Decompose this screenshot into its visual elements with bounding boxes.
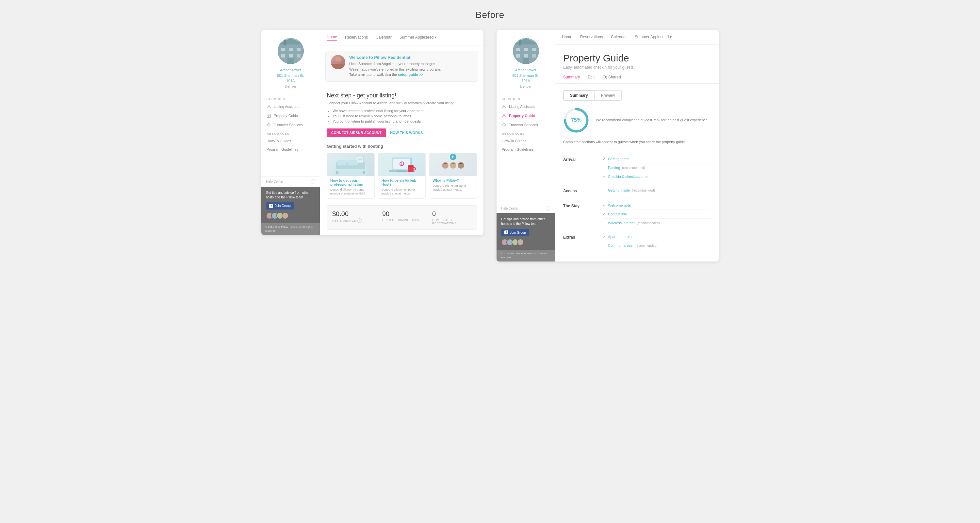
svg-rect-2 — [289, 48, 293, 51]
setup-link[interactable]: setup guide >> — [398, 73, 423, 77]
tab-edit[interactable]: Edit — [588, 75, 595, 83]
svg-rect-23 — [348, 160, 358, 166]
svg-text:P: P — [452, 155, 454, 159]
right-help-info-icon[interactable]: i — [546, 206, 550, 210]
sidebar-item-program-guidelines[interactable]: Program Guidelines — [261, 145, 320, 154]
welcome-box: Welcome to Pillow Residential! Hello Sum… — [325, 51, 478, 82]
toggle-summary[interactable]: Summary — [563, 91, 595, 100]
item-checkin-time: ✓ Checkin & checkout time — [603, 172, 711, 181]
right-sidebar-item-turnover-services[interactable]: Turnover Services — [496, 120, 555, 129]
community-box: Get tips and advice from other hosts and… — [261, 187, 320, 223]
stat-completed: 0 COMPLETED RESERVATIONS — [427, 206, 477, 230]
svg-rect-50 — [523, 57, 529, 64]
how-this-works-button[interactable]: HOW THIS WORKS — [390, 131, 423, 135]
nav-user-left[interactable]: Summer Appleseed ▾ — [399, 35, 437, 40]
next-step-bullets: We have created a professional listing f… — [327, 109, 477, 123]
card-image-laptop — [378, 153, 426, 176]
earnings-info-icon[interactable]: i — [357, 218, 362, 223]
svg-text:75%: 75% — [571, 117, 581, 123]
guide-card-listing[interactable]: How to get your professional listing Don… — [327, 153, 375, 199]
svg-rect-9 — [284, 40, 286, 45]
page-title: Before — [476, 10, 505, 20]
guide-card-airbnb[interactable]: How to be an Airbnb Host? Donec id elit … — [378, 153, 426, 199]
nav-calendar-left[interactable]: Calendar — [375, 35, 392, 40]
check-apartment-rules: ✓ — [603, 234, 606, 239]
access-label: Access — [563, 186, 596, 196]
svg-rect-46 — [532, 48, 536, 51]
link-contact-info[interactable]: Contact info — [608, 212, 627, 216]
link-common-areas[interactable]: Common areas — [608, 244, 632, 247]
right-sidebar-item-property-guide[interactable]: Property Guide — [496, 111, 555, 120]
nav-home-right[interactable]: Home — [562, 35, 572, 40]
right-property-guide-icon — [502, 113, 506, 118]
sidebar-item-turnover-services[interactable]: Turnover Services — [261, 120, 320, 129]
svg-rect-6 — [297, 54, 301, 57]
right-facebook-icon: f — [504, 230, 508, 234]
checklist-row-access: Access ✓ Getting inside (recommended) — [563, 186, 711, 196]
checklist-extras: Extras ✓ Apartment rules ✓ Common areas … — [563, 233, 711, 250]
link-welcome-note[interactable]: Welcome note — [608, 203, 631, 207]
right-sidebar-item-listing-assistant[interactable]: Listing Assistant — [496, 102, 555, 111]
link-apartment-rules[interactable]: Apartment rules — [608, 235, 633, 239]
right-join-group-button[interactable]: f Join Group — [501, 229, 529, 236]
tab-shared[interactable]: (0) Shared — [602, 75, 621, 83]
svg-rect-19 — [331, 64, 345, 69]
right-sidebar-item-how-to-guides[interactable]: How-To Guides — [496, 137, 555, 145]
right-services-label: SERVICES — [496, 95, 555, 102]
right-community-avatars — [501, 239, 550, 246]
link-getting-inside[interactable]: Getting inside — [608, 188, 630, 192]
right-sidebar-item-program-guidelines[interactable]: Program Guidelines — [496, 145, 555, 154]
stat-upcoming: 90 OPEN UPCOMING DAYS — [377, 206, 427, 230]
guide-card-pillow[interactable]: P — [429, 153, 477, 199]
sidebar-item-listing-assistant[interactable]: Listing Assistant — [261, 102, 320, 111]
stay-label: The Stay — [563, 201, 596, 211]
help-info-icon[interactable]: i — [311, 179, 315, 184]
svg-point-10 — [268, 105, 269, 107]
sidebar-item-how-to-guides[interactable]: How-To Guides — [261, 137, 320, 145]
right-copyright: © 2014-2017 Pillow Homes Inc. All rights… — [496, 250, 555, 262]
svg-rect-48 — [524, 54, 528, 57]
nav-calendar-right[interactable]: Calendar — [611, 35, 627, 40]
guide-tabs: Summary Edit (0) Shared — [555, 75, 719, 84]
sidebar-item-property-guide[interactable]: Property Guide — [261, 111, 320, 120]
services-label: SERVICES — [261, 95, 320, 102]
check-contact-info: ✓ — [603, 212, 606, 216]
tab-summary[interactable]: Summary — [563, 75, 580, 83]
nav-home-left[interactable]: Home — [327, 35, 337, 40]
progress-section: 75% We recommend completing at least 75%… — [563, 107, 711, 133]
join-group-button[interactable]: f Join Group — [266, 203, 294, 209]
svg-rect-45 — [524, 48, 528, 51]
panels-container: Archer Tower 901 Sherman St. 101A Denver… — [261, 30, 719, 262]
svg-rect-33 — [397, 171, 407, 172]
nav-reservations-left[interactable]: Reservations — [345, 35, 368, 40]
left-panel: Archer Tower 901 Sherman St. 101A Denver… — [261, 30, 484, 235]
extras-label: Extras — [563, 233, 596, 242]
link-wireless[interactable]: Wireless internet — [608, 221, 635, 225]
link-checkin-time[interactable]: Checkin & checkout time — [608, 175, 648, 179]
nav-user-right[interactable]: Summer Appleseed ▾ — [635, 35, 672, 40]
left-content-body: Next step - get your listing! Connect yo… — [320, 87, 484, 235]
toggle-preview[interactable]: Preview — [595, 91, 622, 100]
left-main-content: Home Reservations Calendar Summer Apples… — [320, 30, 484, 235]
item-parking: ✓ Parking (recommended) — [603, 163, 711, 172]
guide-cards: How to get your professional listing Don… — [327, 153, 477, 199]
right-top-nav: Home Reservations Calendar Summer Apples… — [555, 30, 719, 45]
guide-body: Summary Preview 75% We recommend complet… — [555, 84, 719, 262]
right-main-content: Home Reservations Calendar Summer Apples… — [555, 30, 719, 262]
getting-inside-recommended: (recommended) — [632, 188, 655, 192]
help-center-row: Help Center i — [261, 177, 320, 187]
connect-airbnb-button[interactable]: CONNECT AIRBNB ACCOUNT — [327, 128, 386, 137]
link-getting-there[interactable]: Getting there — [608, 157, 629, 161]
extras-items: ✓ Apartment rules ✓ Common areas (recomm… — [596, 233, 711, 250]
stay-items: ✓ Welcome note ✓ Contact info ✓ Wireless… — [596, 201, 711, 227]
checklist-arrival: Arrival ✓ Getting there ✓ Parking (recom… — [563, 155, 711, 181]
nav-reservations-right[interactable]: Reservations — [580, 35, 603, 40]
svg-marker-8 — [278, 38, 304, 45]
item-apartment-rules: ✓ Apartment rules — [603, 233, 711, 241]
link-parking[interactable]: Parking — [608, 166, 620, 170]
common-areas-recommended: (recommended) — [635, 244, 657, 247]
svg-rect-3 — [297, 48, 301, 51]
stats-row: $0.00 NET EARNINGS i 90 OPEN UPCOMING DA… — [327, 205, 477, 230]
left-top-nav: Home Reservations Calendar Summer Apples… — [320, 30, 484, 45]
wireless-recommended: (recommended) — [637, 221, 660, 225]
